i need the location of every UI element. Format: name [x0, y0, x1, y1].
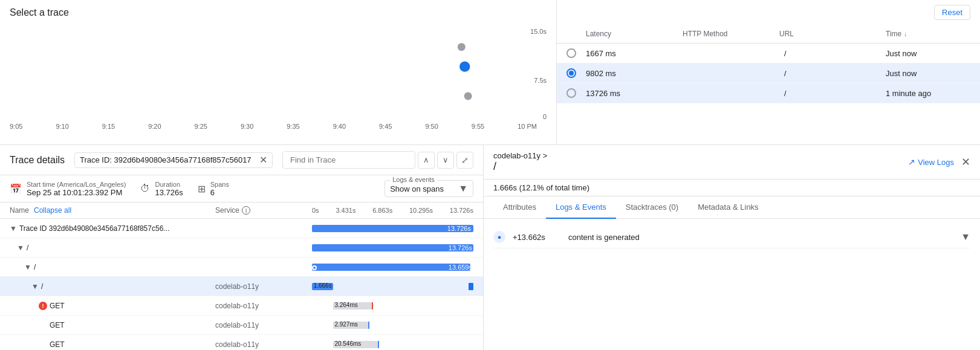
event-text-0: content is generated	[568, 233, 953, 242]
tab-metadata-links[interactable]: Metadata & Links	[688, 196, 768, 219]
x-label-8: 9:45	[379, 123, 392, 130]
tab-logs-events[interactable]: Logs & Events	[546, 196, 616, 219]
trace-row-name-6: GET	[50, 340, 65, 349]
trace-row-3[interactable]: ▼ / codelab-o11y 1.666s	[0, 277, 483, 296]
detail-content: ● +13.662s content is generated ▼	[484, 219, 980, 350]
trace-row-name-1: /	[27, 244, 28, 252]
detail-tabs: Attributes Logs & Events Stacktraces (0)…	[484, 196, 980, 219]
col-url: URL	[779, 30, 886, 38]
view-logs-link[interactable]: ↗ View Logs	[908, 157, 954, 167]
external-link-icon: ↗	[908, 157, 915, 167]
table-row[interactable]: 1667 ms / Just now	[557, 44, 980, 63]
tab-attributes[interactable]: Attributes	[493, 196, 546, 219]
svg-point-0	[458, 43, 466, 51]
trace-row-0[interactable]: ▼ Trace ID 392d6b49080e3456a77168f857c56…	[0, 219, 483, 238]
start-time-value: Sep 25 at 10:01:23.392 PM	[27, 188, 126, 197]
trace-row-bar-2: 13.659s	[312, 261, 473, 273]
x-label-10: 9:55	[472, 123, 484, 130]
row-latency-2: 13726 ms	[586, 89, 675, 98]
trace-row-1[interactable]: ▼ / 13.726s	[0, 238, 483, 258]
x-label-9: 9:50	[425, 123, 438, 130]
service-col-label: Service	[215, 206, 239, 215]
detail-actions: ↗ View Logs ✕	[908, 155, 970, 169]
find-next-button[interactable]: ∨	[437, 152, 454, 169]
trace-row-6[interactable]: GET codelab-o11y 20.546ms	[0, 335, 483, 350]
x-label-3: 9:20	[148, 123, 161, 130]
trace-row-name-3: /	[41, 282, 43, 291]
row-radio-0[interactable]	[566, 48, 576, 58]
chevron-icon-0: ▼	[10, 224, 17, 233]
detail-subtitle: 1.666s (12.1% of total time)	[484, 180, 980, 196]
close-detail-icon[interactable]: ✕	[961, 155, 970, 169]
logs-events-select[interactable]: Show on spans	[390, 184, 456, 193]
detail-panel: codelab-o11y > / ↗ View Logs ✕ 1.666s (1…	[484, 145, 980, 350]
logs-events-label: Logs & events	[390, 176, 437, 183]
x-label-6: 9:35	[287, 123, 299, 130]
timeline-4: 13.726s	[450, 207, 473, 214]
row-latency-1: 9802 ms	[586, 69, 675, 78]
table-row[interactable]: 13726 ms / 1 minute ago	[557, 83, 980, 103]
spans-value: 6	[210, 188, 229, 197]
trace-row-name-0: Trace ID 392d6b49080e3456a77168f857c56..…	[19, 224, 169, 233]
trace-row-5[interactable]: GET codelab-o11y 2.927ms	[0, 316, 483, 335]
find-expand-button[interactable]: ⤢	[456, 152, 473, 169]
row-time-1: Just now	[886, 69, 970, 78]
calendar-icon: 📅	[10, 183, 22, 195]
chevron-icon-1: ▼	[17, 244, 24, 252]
col-time: Time ↓	[886, 30, 970, 38]
dropdown-arrow-icon: ▼	[458, 183, 468, 194]
collapse-all-button[interactable]: Collapse all	[34, 206, 71, 215]
svg-point-2	[464, 92, 472, 100]
start-time-meta: 📅 Start time (America/Los_Angeles) Sep 2…	[10, 181, 126, 197]
trace-row-service-3: codelab-o11y	[215, 282, 312, 291]
name-col-label: Name	[10, 206, 29, 215]
detail-header: codelab-o11y > / ↗ View Logs ✕	[484, 145, 980, 180]
trace-row-name-2: /	[34, 263, 36, 271]
x-label-5: 9:30	[241, 123, 253, 130]
trace-row-bar-3: 1.666s	[312, 280, 473, 293]
event-row-0: ● +13.662s content is generated ▼	[493, 226, 970, 248]
svg-point-1	[460, 62, 469, 71]
close-trace-id-icon[interactable]: ✕	[259, 155, 267, 165]
trace-row-bar-4: 3.264ms	[312, 300, 473, 312]
find-prev-button[interactable]: ∧	[418, 152, 435, 169]
trace-row-service-4: codelab-o11y	[215, 302, 312, 310]
x-label-2: 9:15	[102, 123, 115, 130]
row-radio-2[interactable]	[566, 88, 576, 98]
y-axis-label-2: 7.5s	[534, 77, 547, 84]
trace-row-service-6: codelab-o11y	[215, 340, 312, 349]
row-url-2: /	[784, 89, 886, 98]
spans-meta: ⊞ Spans 6	[198, 181, 229, 197]
tab-stacktraces[interactable]: Stacktraces (0)	[616, 196, 688, 219]
reset-button[interactable]: Reset	[934, 5, 970, 20]
trace-row-bar-5: 2.927ms	[312, 319, 473, 331]
trace-row-bar-1: 13.726s	[312, 242, 473, 254]
x-label-7: 9:40	[333, 123, 346, 130]
find-in-trace-input[interactable]	[282, 151, 415, 169]
find-in-trace-container: ∧ ∨ ⤢	[282, 151, 473, 169]
table-row[interactable]: 9802 ms / Just now	[557, 63, 980, 83]
y-axis-label-1: 15.0s	[530, 28, 547, 35]
event-expand-icon-0[interactable]: ▼	[961, 232, 970, 242]
detail-breadcrumb: codelab-o11y >	[493, 151, 547, 160]
trace-row-service-5: codelab-o11y	[215, 321, 312, 329]
trace-row-2[interactable]: ▼ / 13.659s	[0, 258, 483, 277]
row-radio-1[interactable]	[566, 68, 576, 78]
logs-events-box: Logs & events Show on spans ▼	[385, 180, 473, 197]
duration-value: 13.726s	[155, 188, 183, 197]
spans-icon: ⊞	[198, 183, 206, 195]
detail-span-name: /	[493, 160, 547, 173]
timeline-0: 0s	[312, 207, 319, 214]
trace-row-name-4: GET	[50, 302, 65, 310]
col-latency: Latency	[586, 30, 683, 38]
trace-details-title: Trace details	[10, 155, 65, 166]
trace-row-name-5: GET	[50, 321, 65, 329]
page-title: Select a trace	[10, 7, 547, 18]
duration-label: Duration	[155, 181, 183, 188]
row-time-2: 1 minute ago	[886, 89, 970, 98]
y-axis-label-3: 0	[543, 113, 547, 120]
service-info-icon[interactable]: i	[242, 206, 250, 215]
row-url-0: /	[784, 49, 886, 58]
row-url-1: /	[784, 69, 886, 78]
trace-row-4[interactable]: ! GET codelab-o11y 3.264ms	[0, 296, 483, 316]
